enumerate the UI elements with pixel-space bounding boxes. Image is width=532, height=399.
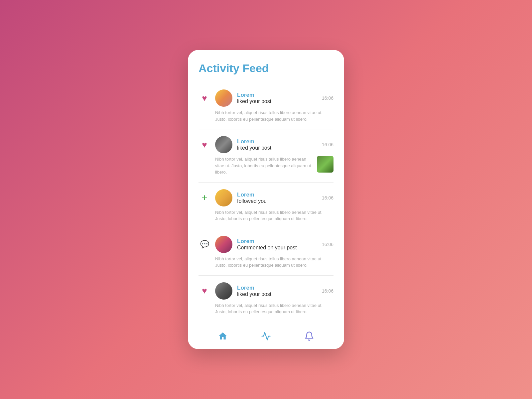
avatar	[215, 282, 232, 300]
avatar-face	[215, 89, 232, 107]
action-text: liked your post	[237, 98, 317, 104]
feed-item-info: Lorem followed you	[237, 192, 317, 204]
feed-item-body: Nibh tortor vel, aliquet risus tellus li…	[199, 109, 333, 122]
feed-item-body: Nibh tortor vel, aliquet risus tellus li…	[199, 156, 333, 176]
avatar	[215, 89, 232, 107]
avatar	[215, 136, 232, 153]
feed-item-info: Lorem liked your post	[237, 92, 317, 104]
action-text: Commented on your post	[237, 245, 317, 251]
heart-icon: ♥	[199, 93, 210, 103]
post-thumbnail	[317, 156, 333, 173]
feed-item: ♥ Lorem liked your post 16:06 Nibh torto…	[199, 129, 333, 183]
avatar	[215, 236, 232, 253]
feed-item-top: 💬 Lorem Commented on your post 16:06	[199, 236, 333, 253]
body-text: Nibh tortor vel, aliquet risus tellus li…	[215, 302, 333, 315]
action-text: liked your post	[237, 291, 317, 297]
heart-icon: ♥	[199, 286, 210, 296]
feed-item-body: Nibh tortor vel, aliquet risus tellus li…	[199, 302, 333, 315]
card-content: Activity Feed ♥ Lorem liked your post 16…	[188, 50, 344, 325]
comment-icon: 💬	[199, 240, 210, 249]
timestamp: 16:06	[322, 95, 333, 101]
timestamp: 16:06	[322, 288, 333, 294]
timestamp: 16:06	[322, 142, 333, 147]
user-name: Lorem	[237, 238, 317, 245]
avatar	[215, 189, 232, 206]
user-name: Lorem	[237, 138, 317, 145]
user-name: Lorem	[237, 285, 317, 291]
phone-card: Activity Feed ♥ Lorem liked your post 16…	[188, 50, 344, 349]
feed-item: 💬 Lorem Commented on your post 16:06 Nib…	[199, 229, 333, 276]
body-text: Nibh tortor vel, aliquet risus tellus li…	[215, 256, 333, 269]
user-name: Lorem	[237, 92, 317, 98]
activity-nav-icon[interactable]	[261, 331, 271, 341]
feed-item-top: + Lorem followed you 16:06	[199, 189, 333, 206]
home-nav-icon[interactable]	[218, 331, 228, 341]
feed-item-info: Lorem liked your post	[237, 285, 317, 297]
avatar-face	[215, 282, 232, 300]
notifications-nav-icon[interactable]	[304, 331, 314, 341]
feed-item-top: ♥ Lorem liked your post 16:06	[199, 89, 333, 107]
plus-icon: +	[199, 193, 210, 203]
body-text: Nibh tortor vel, aliquet risus tellus li…	[215, 109, 333, 122]
feed-item: ♥ Lorem liked your post 16:06 Nibh torto…	[199, 83, 333, 129]
feed-item-body: Nibh tortor vel, aliquet risus tellus li…	[199, 256, 333, 269]
timestamp: 16:06	[322, 195, 333, 200]
body-text: Nibh tortor vel, aliquet risus tellus li…	[215, 209, 333, 222]
feed-item-top: ♥ Lorem liked your post 16:06	[199, 136, 333, 153]
heart-icon: ♥	[199, 140, 210, 150]
action-text: liked your post	[237, 145, 317, 151]
avatar-face	[215, 136, 232, 153]
bottom-nav	[188, 325, 344, 349]
feed-item: + Lorem followed you 16:06 Nibh tortor v…	[199, 183, 333, 229]
feed-list: ♥ Lorem liked your post 16:06 Nibh torto…	[199, 83, 333, 322]
avatar-face	[215, 189, 232, 206]
body-text: Nibh tortor vel, aliquet risus tellus li…	[215, 156, 314, 176]
feed-item-body: Nibh tortor vel, aliquet risus tellus li…	[199, 209, 333, 222]
page-title: Activity Feed	[199, 62, 333, 75]
user-name: Lorem	[237, 192, 317, 198]
feed-item: ♥ Lorem liked your post 16:06 Nibh torto…	[199, 276, 333, 322]
feed-item-info: Lorem Commented on your post	[237, 238, 317, 251]
avatar-face	[215, 236, 232, 253]
timestamp: 16:06	[322, 242, 333, 247]
feed-item-top: ♥ Lorem liked your post 16:06	[199, 282, 333, 300]
feed-item-info: Lorem liked your post	[237, 138, 317, 151]
action-text: followed you	[237, 198, 317, 204]
